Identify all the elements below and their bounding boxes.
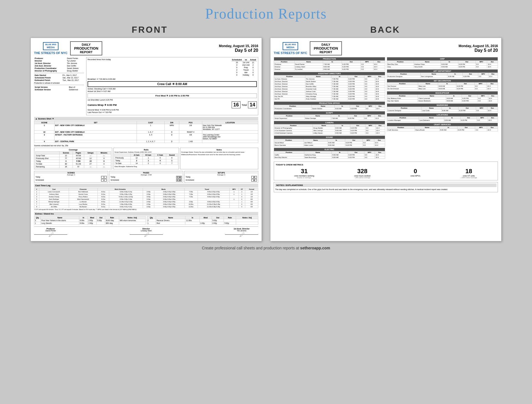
table-row: Craft ServicesDiana Brook8:00 AM6:20 PM0… xyxy=(387,129,498,131)
signatures: Producer David Penter 🖊 Director Lindsay… xyxy=(34,226,258,238)
setups-stat-box: SETUPS Average: 6 Today 15 Scheduled 19 xyxy=(184,171,258,183)
set-decoration-table: SET DECORATION PositionNameInOutMPVDur. … xyxy=(387,79,498,90)
makeup-table: MAKEUP/HAIR PositionNameInOutMPVDur. Key… xyxy=(387,91,498,102)
table-row: 1st Asst. DirectorTim Jerome7:00 PM6:20 … xyxy=(274,78,385,80)
report-daily: DAILY xyxy=(74,43,98,46)
table-row: Best Boy GripAndrew Chips8:00 AM6:20 PM0… xyxy=(387,63,498,66)
footer: Create professional call sheets and prod… xyxy=(202,246,330,250)
logo-box: BLUE IRIS MEDIA xyxy=(43,42,58,50)
scenes-section: ▲ Scenes Shot ▼ SCENE SET CAST D/N PGS L… xyxy=(34,117,258,143)
rolls-box: Rolls Script Supervisor: Andrew Chively … xyxy=(113,148,179,169)
cast-section: Cast Time Log # Cast Character Work Sche… xyxy=(34,184,258,210)
report-date: Monday, August 15, 2016 xyxy=(219,44,258,48)
front-info-row: ProducerDavid Penter DirectorTy Leisher … xyxy=(34,57,258,115)
metric-crew-working: 31 crew members working Exactly on avera… xyxy=(294,168,314,178)
pages-stat-box: PAGES Average: 3 5/8 Today 5 5/8 Schedul… xyxy=(109,171,183,183)
back-label: BACK xyxy=(370,25,400,35)
table-row: 1Lewis CornsworthBen Halfstreet8:01a9:30… xyxy=(34,191,258,193)
report-day: Day 5 of 20 xyxy=(219,48,258,53)
back-content: PRODUCTION PositionNameInOutMPVDur. Prod… xyxy=(274,57,498,160)
locations-table: LOCATIONS PositionNameInOutMPVDur. Locat… xyxy=(387,113,498,122)
bottom-stats: SCENES Average: 3 Today 3 Scheduled 4 PA… xyxy=(34,171,258,183)
camera-table: CAMERA PositionNameInOutMPVDur. Director… xyxy=(274,121,385,134)
back-header: BLUE IRIS MEDIA THE STREETS OF NYC DAILY… xyxy=(274,41,498,55)
electric-table: ELECTRIC PositionNameInOutMPVDur. Gaffer… xyxy=(274,148,385,159)
logo-media: MEDIA xyxy=(45,46,56,49)
date-info: Monday, August 15, 2016 Day 5 of 20 xyxy=(219,44,258,53)
table-row: 2nd Asst. DirectorJoshua Cook7:30 AM6:20… xyxy=(274,90,385,93)
table-row: 2Anthony WestDerrick Cross8:01a8:30a 4:0… xyxy=(34,193,258,196)
table-row: 2nd Asst. DirectorBrandon Riley7:30 AM6:… xyxy=(274,85,385,88)
scenes-not-shot: Scenes scheduled but not shot: 6a, 25b xyxy=(34,145,258,147)
table-row: Script SupervisorReba Cleridge7:30 AM6:2… xyxy=(274,117,385,120)
grip-table: GRIP PositionNameInOutMPVDur. Best Boy G… xyxy=(387,57,498,68)
scenes-table: SCENE SET CAST D/N PGS LOCATION 1 EXT - … xyxy=(34,121,258,143)
front-page: BLUE IRIS MEDIA THE STREETS OF NYC DAILY… xyxy=(30,38,262,241)
notes-section: NOTES / EXPLANATIONS The day was complet… xyxy=(274,182,498,192)
metrics-section: TODAY'S CREW METRICS 31 crew members wor… xyxy=(274,162,498,180)
back-left-col: PRODUCTION PositionNameInOutMPVDur. Prod… xyxy=(274,57,385,160)
table-row: A 2nd Assistant CameraLibby Haven8:00 AM… xyxy=(274,132,385,134)
front-label: FRONT xyxy=(132,25,168,35)
table-row: Set PAAndy Grebber7:30 AM6:20 PM0.010.9 xyxy=(274,98,385,100)
asst-directors-table: ASSISTANT DIRECTORS PositionNameInOutMPV… xyxy=(274,72,385,100)
wardrobe-table: WARDROBE PositionNameInOutMPVDur. Costum… xyxy=(387,103,498,112)
table-row: Set DresserMary Lee8:00 AM6:20 PM0.010.4 xyxy=(387,85,498,88)
table-row: 6Wendy KiplingerLiz Becker8:01a11:30a 5:… xyxy=(34,201,258,203)
craft-services-table: CRAFT SERVICES PositionNameInOutMPVDur. … xyxy=(387,123,498,131)
table-row: 2nd Asst. DirectorAmanda Cook7:30 AM6:20… xyxy=(274,88,385,90)
table-row: 8Jim WilksMa Becker8:01a8:30a 4:07p 4:22… xyxy=(34,206,258,208)
notes-box: Notes Coverage Notes: Scene 6a was sched… xyxy=(180,148,258,169)
report-report: REPORT xyxy=(74,50,98,54)
table-row: 3 INT/EXT - FACTORY ENTRANCE 4, 5 D 4/8 … xyxy=(34,134,258,140)
art-table: ART DEPARTMENT PositionNameInOutMPVDur. … xyxy=(387,69,498,78)
cast-table: # Cast Character Work Schedule Meals Tra… xyxy=(34,188,258,208)
scenes-stat-box: SCENES Average: 3 Today 3 Scheduled 4 xyxy=(34,171,108,183)
table-row: Best Boy ElectricNate Brunnings8:00 AM6:… xyxy=(274,156,385,159)
sig-producer: Producer David Penter 🖊 xyxy=(34,228,67,238)
crew-info-table: ProducerDavid Penter DirectorTy Leisher … xyxy=(34,57,84,72)
table-row: 3Andrew ChivelyPercy Pellern8:01a8:30a 1… xyxy=(34,196,258,198)
table-row: 4 EXT - CENTRAL PARK 1, 2, 4, 6, 7 D 1 4… xyxy=(34,140,258,143)
crew-call: Crew Call ☀ 8:00 AM xyxy=(88,81,257,87)
table-row: GripVera Smith8:00 AM6:20 PM0.010.4 xyxy=(387,66,498,68)
table-row: Key Hair StylistDevon Belsheim8:00 AM6:2… xyxy=(387,100,498,102)
table-row: Boom OperatorAdam Lewis8:00 AM6:20 PM0.0… xyxy=(274,144,385,147)
logo-iris: BLUE IRIS xyxy=(45,44,56,46)
table-row: 2nd Asst. DirectorChristina Fong7:30 AM6… xyxy=(274,93,385,95)
table-row: GafferKatherine King8:00 AM6:20 PM0.010.… xyxy=(274,154,385,156)
info-left: ProducerDavid Penter DirectorTy Leisher … xyxy=(34,57,84,115)
table-row: Key Set PAAbby Kkiridge7:30 AM6:20 PM0.0… xyxy=(274,95,385,98)
table-row: 1 EXT - NEW YORK CITY SIDEWALK 1 MRN 2/8… xyxy=(34,124,258,131)
table-row: ProducerDavid Penter7:30 AM6:20 PM0.010.… xyxy=(274,63,385,66)
table-row: On Set DresserMary Lee8:00 AM6:20 PM0.01… xyxy=(387,88,498,90)
report-title-box: DAILY PRODUCTION REPORT xyxy=(70,41,102,55)
table-row: Costume DesignerLisa Cook8:00 AM6:20 PM0… xyxy=(387,109,498,112)
table-row: 2nd Asst. DirectorSarah Stokes7:30 AM6:2… xyxy=(274,80,385,83)
extras-section: Extras / Stand Ins Qty Name In Meal Out … xyxy=(34,212,258,225)
table-row: A 1st Assistant CameraAlex Levings8:00 A… xyxy=(274,129,385,132)
table-row: DirectorLindsay Steel8:00 AM6:20 PM0.010… xyxy=(274,66,385,68)
table-row: Location ManagerLevi Delmens8:00 AM6:20 … xyxy=(387,119,498,122)
back-right-col: GRIP PositionNameInOutMPVDur. Best Boy G… xyxy=(387,57,498,160)
times-section: Recorded times from today Scheduled vs A… xyxy=(86,57,258,115)
production-office-table: PRODUCTION OFFICE PositionNameInOutMPVDu… xyxy=(274,101,385,110)
table-row: 7Meri LinwoodLucy Becker8:01a1:00p 6:00p… xyxy=(34,203,258,206)
table-row: DirectorTy Leisher8:00 AM6:20 PM0.010.4 xyxy=(274,68,385,71)
script-table: SCRIPT PositionNameInOutMPVDur. Script S… xyxy=(274,111,385,120)
table-row: Key Makeup ArtistClaire Lynwood8:00 AM6:… xyxy=(387,97,498,100)
sig-1st-ad: 1st Asst. Director Tim Jerome 🖊 xyxy=(225,228,258,238)
table-row: Director of PhotographyDoug Skeller8:00 … xyxy=(274,127,385,129)
logo-area: BLUE IRIS MEDIA THE STREETS OF NYC xyxy=(34,42,67,55)
table-row: Sound MixerJoe Wilson8:00 AM6:20 PM0.010… xyxy=(274,142,385,144)
metric-hours: 328 crew hours worked ↑ 26% above averag… xyxy=(354,168,371,178)
front-header: BLUE IRIS MEDIA THE STREETS OF NYC DAILY… xyxy=(34,41,258,55)
coverage-box: Coverage Scenes Pages Setups Minutes Scr… xyxy=(34,148,112,169)
sound-table: SOUND PositionNameInOutMPVDur. Sound Mix… xyxy=(274,135,385,147)
report-production: PRODUCTION xyxy=(74,46,98,50)
stats-row: Coverage Scenes Pages Setups Minutes Scr… xyxy=(34,148,258,169)
sig-director: Director Lindsay Steel 🖊 xyxy=(130,228,163,238)
page-title: Production Reports xyxy=(205,6,327,22)
table-row: Production CoordinatorSarah Stokes8:00 A… xyxy=(274,108,385,110)
first-meal: First Meal ☀ 2:00 PM to 2:50 PM xyxy=(88,93,257,98)
